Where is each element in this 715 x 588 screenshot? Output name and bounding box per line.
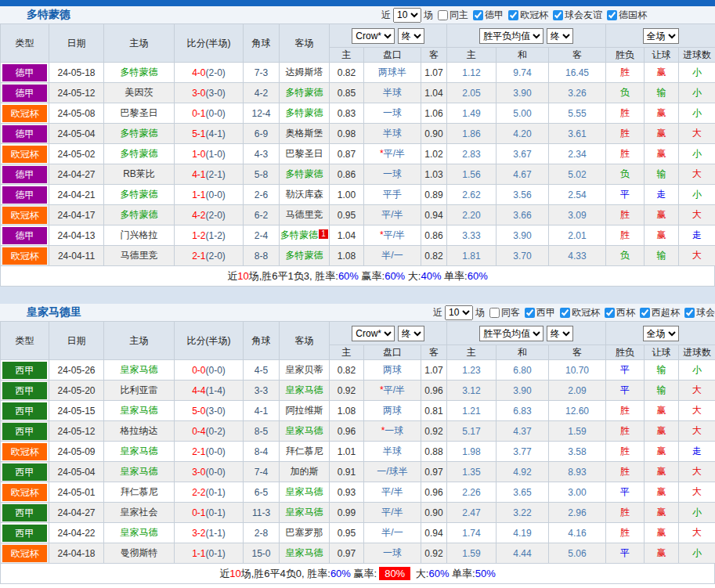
odds-company-select[interactable]: Crow* — [352, 326, 395, 341]
away-team[interactable]: 皇家马德 — [286, 486, 323, 497]
competition-checkbox[interactable] — [605, 308, 615, 318]
date-cell: 24-05-04 — [49, 124, 104, 144]
odds-final-select[interactable]: 终 — [398, 28, 424, 44]
result-goals-cell: 大 — [679, 124, 715, 144]
avg-home-cell: 1.12 — [447, 63, 497, 83]
home-team[interactable]: 皇家马德 — [121, 466, 158, 477]
recent-count-select[interactable]: 10 — [393, 8, 421, 23]
handicap-cell: 半/一 — [364, 246, 421, 266]
handicap-value: 平/半 — [384, 148, 405, 159]
away-team[interactable]: 皇家马德 — [286, 507, 323, 518]
competition-checkbox[interactable] — [508, 10, 518, 20]
home-team[interactable]: 多特蒙德 — [121, 148, 158, 159]
handicap-value: 两球 — [383, 405, 402, 416]
away-team[interactable]: 多特蒙德 — [280, 229, 318, 240]
top-accent-bar — [0, 0, 715, 6]
away-team-cell: 多特蒙德 — [280, 103, 330, 124]
home-team[interactable]: 多特蒙德 — [121, 128, 158, 139]
avg-home-cell: 3.33 — [447, 225, 497, 246]
competition-checkbox[interactable] — [525, 308, 535, 318]
away-team[interactable]: 多特蒙德 — [286, 168, 323, 179]
home-team: 马德里竞 — [121, 250, 158, 261]
avg-final-select[interactable]: 终 — [547, 28, 573, 44]
score-cell: 1-0(1-0) — [175, 144, 244, 164]
match-row: 德甲24-04-13门兴格拉1-2(1-2)2-4多特蒙德11.04*平/半0.… — [1, 225, 715, 246]
away-team-cell: 奥格斯堡 — [280, 124, 330, 144]
home-team[interactable]: 多特蒙德 — [121, 67, 158, 78]
away-team: 奥格斯堡 — [286, 128, 323, 139]
corner-cell: 8-8 — [244, 246, 280, 266]
away-team-cell: 达姆斯塔 — [280, 63, 330, 83]
date-cell: 24-05-02 — [49, 144, 104, 164]
corner-cell: 8-5 — [244, 421, 280, 442]
col-type: 类型 — [1, 24, 49, 63]
odds-away-cell: 1.04 — [421, 83, 447, 103]
avg-select[interactable]: 胜平负均值 — [479, 326, 543, 341]
same-venue-checkbox[interactable] — [438, 10, 448, 20]
league-cell: 德甲 — [1, 164, 49, 185]
result-wdl-cell: 负 — [606, 164, 645, 185]
home-team[interactable]: 皇家马德 — [121, 527, 158, 538]
home-team-cell: 皇家社会 — [104, 503, 175, 523]
summary-text: 场,胜6平1负3, 胜率: — [249, 270, 338, 282]
away-team[interactable]: 多特蒙德 — [286, 87, 323, 98]
league-badge: 欧冠杯 — [2, 105, 47, 122]
avg-away-cell: 3.00 — [549, 482, 606, 503]
competition-checkbox[interactable] — [684, 308, 695, 318]
odds-home-cell: 0.92 — [330, 381, 364, 401]
avg-draw-cell: 3.56 — [497, 185, 549, 205]
competition-checkbox[interactable] — [640, 308, 650, 318]
league-cell: 欧冠杯 — [1, 442, 49, 462]
date-cell: 24-04-21 — [49, 185, 104, 205]
result-handicap-cell: 输 — [645, 246, 679, 266]
odds-company-select[interactable]: Crow* — [352, 28, 395, 44]
matches-table: 类型 日期 主场 比分(半场) 角球 客场 Crow* 终 胜平负均值 终 全场 — [0, 23, 715, 266]
avg-select[interactable]: 胜平负均值 — [479, 28, 543, 44]
handicap-value: 平/半 — [384, 384, 405, 395]
away-team[interactable]: 皇家马德 — [286, 425, 323, 436]
home-team[interactable]: 多特蒙德 — [121, 189, 158, 200]
avg-draw-cell: 3.70 — [497, 246, 549, 266]
avg-away-cell: 5.55 — [549, 103, 606, 124]
fulltime-score: 4-0 — [192, 67, 205, 78]
corner-cell: 12-4 — [244, 103, 280, 124]
result-handicap-cell: 赢 — [645, 63, 679, 83]
col-odds-away: 客 — [421, 48, 447, 63]
competition-checkbox[interactable] — [553, 10, 563, 20]
same-venue-checkbox[interactable] — [489, 308, 500, 318]
result-goals-cell: 走 — [679, 442, 715, 462]
avg-draw-cell: 3.77 — [497, 442, 549, 462]
result-wdl-cell: 胜 — [606, 421, 645, 442]
avg-draw-cell: 6.80 — [497, 360, 549, 381]
competition-checkbox[interactable] — [560, 308, 570, 318]
avg-final-select[interactable]: 终 — [547, 326, 573, 341]
avg-draw-cell: 9.74 — [497, 63, 549, 83]
result-handicap-cell: 赢 — [645, 421, 679, 442]
home-team-cell: 多特蒙德 — [104, 63, 175, 83]
away-team[interactable]: 皇家马德 — [286, 547, 323, 558]
avg-draw-cell: 3.67 — [497, 144, 549, 164]
fulltime-score: 5-1 — [192, 128, 205, 139]
handicap-cell: 一球 — [364, 543, 421, 564]
away-team-cell: 皇家马德 — [280, 543, 330, 564]
match-row: 欧冠杯24-04-11马德里竞2-1(2-0)8-8多特蒙德1.08半/一0.8… — [1, 246, 715, 266]
away-team[interactable]: 皇家马德 — [286, 384, 323, 395]
competition-checkbox[interactable] — [607, 10, 617, 20]
result-wdl-cell: 负 — [606, 83, 645, 103]
scope-select[interactable]: 全场 — [643, 28, 679, 44]
recent-count-select[interactable]: 10 — [445, 305, 473, 320]
home-team[interactable]: 多特蒙德 — [121, 209, 158, 220]
home-team[interactable]: 皇家马德 — [121, 405, 158, 416]
home-team[interactable]: 皇家马德 — [121, 364, 158, 375]
avg-away-cell: 5.06 — [549, 543, 606, 564]
away-team[interactable]: 多特蒙德 — [286, 107, 323, 118]
result-wdl-cell: 胜 — [606, 103, 645, 124]
odds-final-select[interactable]: 终 — [398, 326, 424, 341]
halftime-score: (3-0) — [206, 88, 226, 99]
scope-select[interactable]: 全场 — [643, 326, 679, 341]
home-team[interactable]: 皇家马德 — [121, 446, 158, 456]
corner-cell: 7-3 — [244, 63, 280, 83]
avg-home-cell: 1.49 — [447, 103, 497, 124]
competition-checkbox[interactable] — [473, 10, 483, 20]
away-team[interactable]: 多特蒙德 — [286, 250, 323, 261]
